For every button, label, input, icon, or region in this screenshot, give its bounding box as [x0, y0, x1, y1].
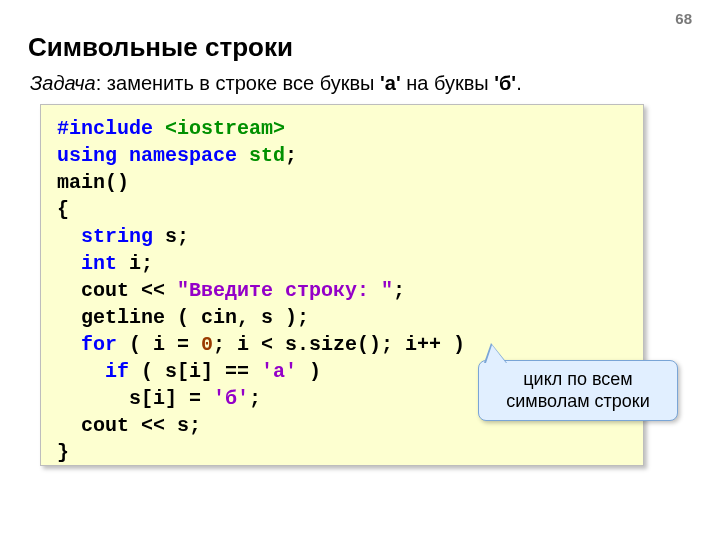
ns-std: std [249, 144, 285, 167]
if-cond: ( s[i] == [129, 360, 261, 383]
code-line: int i; [57, 250, 627, 277]
char-literal-b: 'б' [213, 387, 249, 410]
code-line: #include <iostream> [57, 115, 627, 142]
slide-title: Символьные строки [28, 32, 293, 63]
callout-box: цикл по всем символам строки [478, 360, 678, 421]
task-body: : заменить в строке все буквы [96, 72, 380, 94]
semi: ; [285, 144, 297, 167]
page-number: 68 [675, 10, 692, 27]
task-label: Задача [30, 72, 96, 94]
code-line: { [57, 196, 627, 223]
for-init: ( i = [117, 333, 201, 356]
for-cond: ; i < s.size(); i++ ) [213, 333, 465, 356]
kw-for: for [57, 333, 117, 356]
num-zero: 0 [201, 333, 213, 356]
kw-if: if [57, 360, 129, 383]
string-literal: "Введите строку: " [177, 279, 393, 302]
code-line: cout << "Введите строку: "; [57, 277, 627, 304]
if-close: ) [297, 360, 321, 383]
assign: s[i] = [57, 387, 213, 410]
task-text: Задача: заменить в строке все буквы 'а' … [30, 72, 522, 95]
semi: ; [393, 279, 405, 302]
callout-pointer [486, 345, 506, 363]
task-lit-b: 'б' [494, 72, 516, 94]
header-name: <iostream> [165, 117, 285, 140]
cout: cout << [57, 279, 177, 302]
kw-include: #include [57, 117, 165, 140]
semi: ; [249, 387, 261, 410]
var-i: i; [129, 252, 153, 275]
var-s: s; [165, 225, 189, 248]
task-suffix: . [516, 72, 522, 94]
code-line: for ( i = 0; i < s.size(); i++ ) [57, 331, 627, 358]
char-literal-a: 'а' [261, 360, 297, 383]
code-line: using namespace std; [57, 142, 627, 169]
kw-string: string [57, 225, 165, 248]
code-line: getline ( cin, s ); [57, 304, 627, 331]
kw-using-namespace: using namespace [57, 144, 249, 167]
code-line: string s; [57, 223, 627, 250]
kw-int: int [57, 252, 129, 275]
task-mid: на буквы [401, 72, 495, 94]
code-line: } [57, 439, 627, 466]
code-line: main() [57, 169, 627, 196]
task-lit-a: 'а' [380, 72, 401, 94]
